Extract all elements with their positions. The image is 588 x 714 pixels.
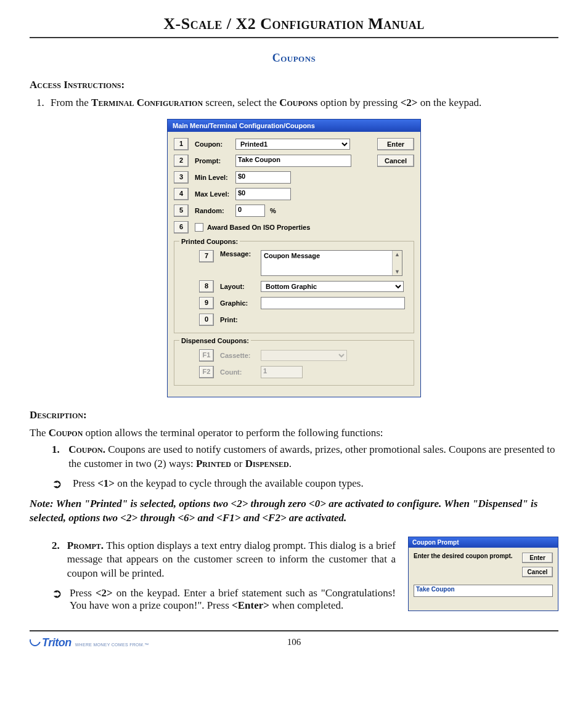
desc-item-2: 2. Prompt. This option displays a text e… xyxy=(52,539,396,582)
label-message: Message: xyxy=(220,250,261,258)
award-checkbox[interactable] xyxy=(195,223,203,232)
page: X-Scale / X2 Configuration Manual Coupon… xyxy=(0,0,588,714)
prompt-input[interactable]: Take Coupon xyxy=(414,585,553,597)
row-coupon: 1 Coupon: Printed1 xyxy=(174,138,370,150)
minlevel-field[interactable]: $0 xyxy=(235,171,291,184)
prompt-cancel-button[interactable]: Cancel xyxy=(522,567,553,577)
coupons-dialog: Main Menu/Terminal Configuration/Coupons… xyxy=(167,119,421,397)
access-heading: Access Instructions: xyxy=(30,78,558,92)
desc-label: Description: xyxy=(30,409,87,421)
key-1[interactable]: 1 xyxy=(174,138,189,150)
desc-arrow-1: ➲ Press <1> on the keypad to cycle throu… xyxy=(52,477,558,490)
desc-item-1: 1. Coupon. Coupons are used to notify cu… xyxy=(52,443,558,471)
maxlevel-field[interactable]: $0 xyxy=(235,188,291,200)
desc-arrow-2: ➲ Press <2> on the keypad. Enter a brief… xyxy=(52,587,396,612)
note-text: Note: When "Printed" is selected, option… xyxy=(30,497,558,525)
section-title: Coupons xyxy=(30,52,558,65)
key-3[interactable]: 3 xyxy=(174,171,189,184)
label-coupon: Coupon: xyxy=(195,140,235,148)
label-print: Print: xyxy=(220,316,261,323)
dialog-titlebar: Main Menu/Terminal Configuration/Coupons xyxy=(168,120,420,132)
key-f1[interactable]: F1 xyxy=(199,349,214,362)
page-number: 106 xyxy=(0,637,588,647)
row-count: F2 Count: 1 xyxy=(179,366,409,378)
row-award: 6 Award Based On ISO Properties xyxy=(174,221,414,233)
key-0[interactable]: 0 xyxy=(199,314,214,326)
scrollbar[interactable]: ▲ ▼ xyxy=(392,251,402,275)
key-6[interactable]: 6 xyxy=(174,221,189,233)
message-textarea[interactable]: Coupon Message ▲ ▼ xyxy=(261,250,402,276)
layout-select[interactable]: Bottom Graphic xyxy=(261,281,404,292)
cassette-select xyxy=(261,350,347,361)
desc-item-2-wrap: 2. Prompt. This option displays a text e… xyxy=(30,537,558,620)
key-7[interactable]: 7 xyxy=(199,250,214,262)
arrow-icon: ➲ xyxy=(52,477,65,490)
row-print: 0 Print: xyxy=(179,314,409,326)
desc-text-2: Prompt. This option displays a text entr… xyxy=(67,539,396,582)
prompt-dialog-body: Enter the desired coupon prompt. Enter C… xyxy=(409,548,558,611)
row-minlevel: 3 Min Level: $0 xyxy=(174,171,414,184)
prompt-dialog: Coupon Prompt Enter the desired coupon p… xyxy=(408,537,558,611)
desc-text-1: Coupon. Coupons are used to notify custo… xyxy=(68,443,558,471)
description-heading: Description: xyxy=(30,408,558,423)
row-maxlevel: 4 Max Level: $0 xyxy=(174,188,414,200)
key-4[interactable]: 4 xyxy=(174,188,189,200)
row-graphic: 9 Graphic: xyxy=(179,297,409,309)
row-cassette: F1 Cassette: xyxy=(179,349,409,362)
random-unit: % xyxy=(270,207,276,214)
prompt-dialog-title: Coupon Prompt xyxy=(409,537,558,548)
random-field[interactable]: 0 xyxy=(235,205,265,217)
key-2[interactable]: 2 xyxy=(174,155,189,167)
prompt-enter-button[interactable]: Enter xyxy=(522,553,553,563)
dispensed-legend: Dispensed Coupons: xyxy=(179,337,251,344)
dialog-screenshot: Main Menu/Terminal Configuration/Coupons… xyxy=(30,119,558,397)
label-minlevel: Min Level: xyxy=(195,174,235,181)
access-item-1: From the Terminal Configuration screen, … xyxy=(47,96,558,110)
row-prompt: 2 Prompt: Take Coupon xyxy=(174,155,370,167)
dialog-body: 1 Coupon: Printed1 2 Prompt: Take Coupon xyxy=(168,132,420,392)
dialog-right-buttons: Enter Cancel xyxy=(377,138,414,167)
row-layout: 8 Layout: Bottom Graphic xyxy=(179,280,409,293)
key-f2[interactable]: F2 xyxy=(199,366,214,378)
access-list: From the Terminal Configuration screen, … xyxy=(47,96,558,110)
scroll-down-icon[interactable]: ▼ xyxy=(393,268,402,275)
dispensed-group: Dispensed Coupons: F1 Cassette: F2 Count… xyxy=(174,337,414,386)
desc-arrow-1-text: Press <1> on the keypad to cycle through… xyxy=(73,477,364,490)
coupon-select[interactable]: Printed1 xyxy=(235,139,350,150)
key-5[interactable]: 5 xyxy=(174,205,189,217)
graphic-field[interactable] xyxy=(261,297,405,309)
row-random: 5 Random: 0 % xyxy=(174,205,414,217)
desc-num-2: 2. xyxy=(52,539,60,582)
desc-arrow-2-text: Press <2> on the keypad. Enter a brief s… xyxy=(70,587,396,612)
prompt-msg-row: Enter the desired coupon prompt. Enter C… xyxy=(414,553,553,577)
label-graphic: Graphic: xyxy=(220,299,261,307)
desc-num-1: 1. xyxy=(52,443,61,471)
label-award: Award Based On ISO Properties xyxy=(207,224,310,231)
arrow-icon: ➲ xyxy=(52,587,62,612)
label-layout: Layout: xyxy=(220,283,261,290)
scroll-up-icon[interactable]: ▲ xyxy=(393,251,402,258)
cancel-button[interactable]: Cancel xyxy=(377,155,414,167)
printed-legend: Printed Coupons: xyxy=(179,238,240,245)
desc-intro: The Coupon option allows the terminal op… xyxy=(30,426,558,440)
key-8[interactable]: 8 xyxy=(199,280,214,293)
prompt-msg: Enter the desired coupon prompt. xyxy=(414,553,517,559)
key-9[interactable]: 9 xyxy=(199,297,214,309)
manual-title: X-Scale / X2 Configuration Manual xyxy=(30,15,558,38)
label-random: Random: xyxy=(195,207,235,214)
label-prompt: Prompt: xyxy=(195,157,235,164)
message-value: Coupon Message xyxy=(264,252,320,259)
access-label: Access Instructions: xyxy=(30,79,125,91)
count-field: 1 xyxy=(261,366,303,378)
enter-button[interactable]: Enter xyxy=(377,138,414,150)
prompt-field[interactable]: Take Coupon xyxy=(235,155,351,167)
row-message: 7 Message: Coupon Message ▲ ▼ xyxy=(179,250,409,276)
footer: Triton WHERE MONEY COMES FROM.™ 106 xyxy=(30,630,558,649)
label-maxlevel: Max Level: xyxy=(195,190,235,198)
printed-group: Printed Coupons: 7 Message: Coupon Messa… xyxy=(174,238,414,333)
label-cassette: Cassette: xyxy=(220,352,261,359)
label-count: Count: xyxy=(220,368,261,376)
